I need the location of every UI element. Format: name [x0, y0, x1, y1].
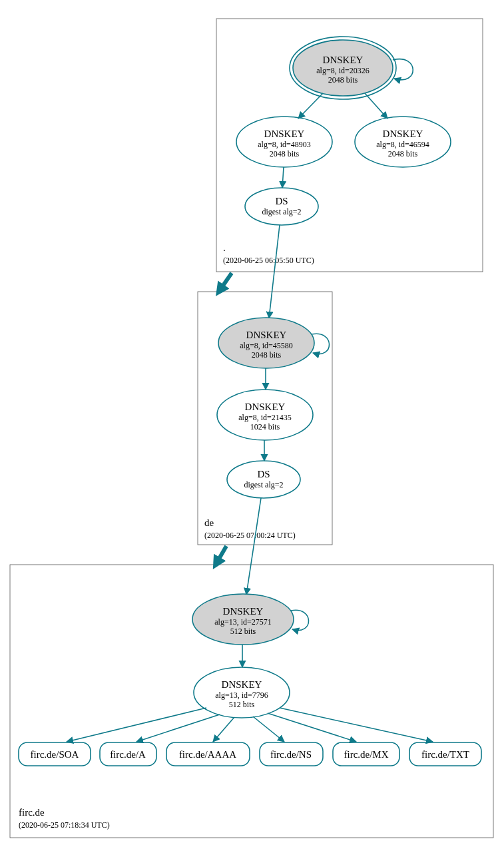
- svg-text:DNSKEY: DNSKEY: [223, 606, 264, 617]
- leaf-a: firc.de/A: [100, 742, 156, 766]
- svg-text:DS: DS: [275, 196, 288, 206]
- edge-zsk-to-a: [136, 714, 220, 742]
- edge-zsk-to-aaaa: [213, 717, 234, 742]
- svg-text:firc.de/AAAA: firc.de/AAAA: [179, 749, 236, 760]
- node-de-ds: DS digest alg=2: [227, 461, 300, 498]
- svg-text:alg=8, id=48903: alg=8, id=48903: [258, 140, 311, 149]
- leaf-aaaa: firc.de/AAAA: [166, 742, 250, 766]
- svg-text:DNSKEY: DNSKEY: [245, 402, 286, 412]
- node-firc-ksk: DNSKEY alg=13, id=27571 512 bits: [192, 594, 294, 645]
- edge-rootksk-to-zsk2: [365, 93, 387, 119]
- zone-root-label: .: [223, 242, 226, 253]
- leaf-mx: firc.de/MX: [333, 742, 399, 766]
- svg-text:alg=13, id=27571: alg=13, id=27571: [214, 617, 272, 627]
- svg-text:firc.de/A: firc.de/A: [110, 749, 146, 760]
- svg-text:DNSKEY: DNSKEY: [323, 55, 364, 65]
- svg-text:digest alg=2: digest alg=2: [262, 207, 301, 216]
- svg-text:DNSKEY: DNSKEY: [222, 679, 262, 690]
- svg-text:2048 bits: 2048 bits: [328, 75, 358, 85]
- leaf-soa: firc.de/SOA: [19, 742, 91, 766]
- svg-text:DS: DS: [257, 469, 270, 479]
- svg-text:firc.de/SOA: firc.de/SOA: [31, 749, 79, 760]
- zone-firc-de: firc.de (2020-06-25 07:18:34 UTC) DNSKEY…: [10, 498, 493, 838]
- svg-text:512 bits: 512 bits: [229, 700, 255, 709]
- svg-text:firc.de/TXT: firc.de/TXT: [421, 749, 469, 760]
- node-root-zsk-48903: DNSKEY alg=8, id=48903 2048 bits: [236, 117, 332, 167]
- edge-zsk-to-soa: [67, 708, 206, 742]
- svg-text:alg=8, id=21435: alg=8, id=21435: [238, 413, 292, 422]
- zone-de-label: de: [204, 517, 214, 528]
- dnssec-chain-diagram: . (2020-06-25 06:05:50 UTC) DNSKEY alg=8…: [0, 0, 504, 851]
- svg-text:firc.de/MX: firc.de/MX: [344, 749, 388, 760]
- edge-root-to-de-zone: [220, 273, 232, 290]
- svg-text:firc.de/NS: firc.de/NS: [270, 749, 312, 760]
- zone-de: de (2020-06-25 07:00:24 UTC) DNSKEY alg=…: [198, 225, 332, 545]
- leaf-ns: firc.de/NS: [260, 742, 323, 766]
- zone-firc-label: firc.de: [19, 807, 45, 818]
- svg-point-14: [245, 188, 318, 225]
- svg-text:alg=8, id=20326: alg=8, id=20326: [316, 66, 370, 75]
- edge-deds-to-fircksk: [246, 498, 261, 595]
- svg-text:alg=8, id=45580: alg=8, id=45580: [240, 341, 293, 350]
- edge-de-to-firc-zone: [216, 546, 226, 563]
- edge-zsk-to-ns: [253, 716, 284, 742]
- svg-text:alg=8, id=46594: alg=8, id=46594: [376, 140, 429, 149]
- svg-text:digest alg=2: digest alg=2: [244, 480, 283, 489]
- svg-text:512 bits: 512 bits: [230, 627, 256, 636]
- svg-text:alg=13, id=7796: alg=13, id=7796: [215, 691, 268, 700]
- node-firc-zsk: DNSKEY alg=13, id=7796 512 bits: [194, 667, 290, 718]
- svg-text:1024 bits: 1024 bits: [250, 422, 280, 431]
- edge-rootksk-to-zsk1: [298, 93, 323, 119]
- svg-point-26: [227, 461, 300, 498]
- svg-text:2048 bits: 2048 bits: [252, 350, 282, 360]
- zone-root: . (2020-06-25 06:05:50 UTC) DNSKEY alg=8…: [216, 19, 483, 272]
- svg-text:DNSKEY: DNSKEY: [383, 129, 423, 139]
- edge-rootzsk-to-ds: [282, 167, 284, 188]
- svg-text:DNSKEY: DNSKEY: [264, 129, 305, 139]
- zone-firc-timestamp: (2020-06-25 07:18:34 UTC): [19, 820, 110, 830]
- node-root-ksk: DNSKEY alg=8, id=20326 2048 bits: [290, 37, 396, 99]
- edge-zsk-to-mx: [268, 713, 356, 742]
- node-de-ksk: DNSKEY alg=8, id=45580 2048 bits: [218, 318, 314, 368]
- svg-text:2048 bits: 2048 bits: [270, 149, 300, 158]
- zone-root-timestamp: (2020-06-25 06:05:50 UTC): [223, 256, 314, 265]
- node-de-zsk: DNSKEY alg=8, id=21435 1024 bits: [217, 390, 313, 440]
- svg-text:DNSKEY: DNSKEY: [246, 330, 287, 340]
- zone-de-timestamp: (2020-06-25 07:00:24 UTC): [204, 531, 296, 540]
- leaf-txt: firc.de/TXT: [409, 742, 481, 766]
- node-root-zsk-46594: DNSKEY alg=8, id=46594 2048 bits: [355, 117, 451, 167]
- svg-text:2048 bits: 2048 bits: [388, 149, 418, 158]
- node-root-ds: DS digest alg=2: [245, 188, 318, 225]
